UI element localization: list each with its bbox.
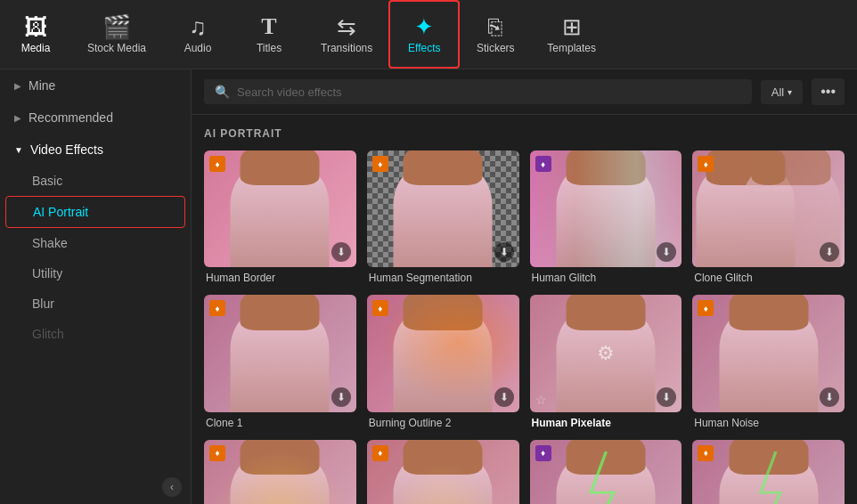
effect-card-human-noise[interactable]: ♦ ⬇ Human Noise [692,295,845,428]
person-hair-noise [729,295,808,329]
effect-card-human-glitch[interactable]: ♦ ⬇ Human Glitch [530,150,682,284]
star-fav-icon[interactable]: ☆ [535,393,547,407]
search-bar: 🔍 All ▾ ••• [192,69,857,115]
effect-thumb-burning-outline: ♦ ⬇ [367,295,519,411]
nav-stock-media[interactable]: 🎬 Stock Media [71,0,162,69]
download-icon-noise[interactable]: ⬇ [820,387,839,407]
lightning-overlay-lf2 [692,440,845,504]
utility-label: Utility [32,266,62,280]
sidebar-sub-ai-portrait[interactable]: AI Portrait [5,196,185,228]
sidebar-collapse-button[interactable]: ‹ [0,470,191,504]
templates-icon: ⊞ [562,15,582,38]
sidebar-video-effects-label: Video Effects [30,142,103,157]
badge-orange-human-border: ♦ [209,156,225,172]
effect-card-clone-glitch[interactable]: ♦ ⬇ Clone Glitch [692,150,845,284]
sidebar: ▶ Mine ▶ Recommended ▼ Video Effects Bas… [0,69,192,504]
effect-thumb-clone-1: ♦ ⬇ [204,295,356,411]
effect-name-burning-outline: Burning Outline 2 [367,417,519,429]
stock-media-icon: 🎬 [102,15,131,38]
effect-name-clone-glitch: Clone Glitch [692,272,845,284]
nav-effects[interactable]: ✦ Effects [388,0,460,69]
settings-icon: ⚙ [597,342,615,365]
sidebar-mine-label: Mine [29,78,55,93]
effect-thumb-human-segmentation: ♦ ⬇ [367,150,519,267]
person-silhouette [231,162,330,267]
sidebar-sub-glitch: Glitch [0,319,191,349]
effect-name-human-border: Human Border [204,272,356,284]
effect-card-burning-outline[interactable]: ♦ ⬇ Burning Outline 2 [367,295,519,428]
sidebar-sub-utility[interactable]: Utility [0,258,191,289]
more-icon: ••• [820,84,836,99]
effect-thumb-human-border: ♦ ⬇ [204,150,356,267]
mine-arrow-icon: ▶ [14,81,21,91]
person-silhouette-c1 [231,306,330,411]
download-icon-burn[interactable]: ⬇ [494,387,514,407]
effect-thumb-neon-flow-4: ♦ ⬇ [204,440,356,504]
sidebar-item-mine[interactable]: ▶ Mine [0,69,191,102]
person-hair-c1 [241,295,320,329]
ai-portrait-label: AI Portrait [33,205,88,219]
glitch-label: Glitch [32,327,64,341]
badge-purple-lf1: ♦ [535,445,551,461]
effect-thumb-lightning-flash-2: ♦ ⬇ [692,440,845,504]
sidebar-sub-blur[interactable]: Blur [0,289,191,319]
nav-stickers[interactable]: ⎘ Stickers [460,0,531,69]
nav-audio[interactable]: ♫ Audio [162,0,233,69]
basic-label: Basic [32,174,62,188]
stickers-icon: ⎘ [488,15,502,38]
person-hair [241,150,320,185]
more-options-button[interactable]: ••• [812,78,845,105]
transitions-icon: ⇆ [337,15,356,38]
effect-name-clone-1: Clone 1 [204,417,356,429]
effect-card-neon-flow-4[interactable]: ♦ ⬇ Neon Flow 4 [204,440,356,504]
download-icon-pixel[interactable]: ⬇ [657,387,676,407]
download-icon-clone-1[interactable]: ⬇ [331,387,351,407]
nav-transitions[interactable]: ⇆ Transitions [305,0,388,69]
badge-orange-clone-1: ♦ [209,300,225,316]
effect-thumb-human-glitch: ♦ ⬇ [530,150,682,267]
effects-icon: ✦ [414,15,434,38]
badge-orange-nf4: ♦ [209,445,225,461]
badge-orange-noise: ♦ [698,300,714,316]
nav-titles-label: Titles [257,42,282,54]
sidebar-sub-basic[interactable]: Basic [0,166,191,196]
recommended-arrow-icon: ▶ [14,113,21,123]
sidebar-item-video-effects[interactable]: ▼ Video Effects [0,134,191,166]
sidebar-recommended-label: Recommended [29,110,113,125]
badge-purple-human-glitch: ♦ [535,156,551,172]
top-nav: 🖼 Media 🎬 Stock Media ♫ Audio T Titles ⇆… [0,0,857,69]
effect-card-lightning-flash-1[interactable]: ♦ ⬇ Lightning Flash 1 [530,440,682,504]
nav-stock-media-label: Stock Media [87,42,146,54]
download-icon-human-border[interactable]: ⬇ [331,242,351,262]
effect-name-human-noise: Human Noise [692,417,845,429]
person-hair-seg [404,150,483,185]
download-icon-human-seg[interactable]: ⬇ [494,242,514,262]
effect-card-human-border[interactable]: ♦ ⬇ Human Border [204,150,356,284]
effect-thumb-neon-ring-2: ♦ ⬇ [367,440,519,504]
badge-orange-lf2: ♦ [698,445,714,461]
nav-templates[interactable]: ⊞ Templates [531,0,612,69]
search-input[interactable] [237,85,741,99]
nav-titles[interactable]: T Titles [233,0,305,69]
shake-label: Shake [32,236,68,250]
effect-card-human-segmentation[interactable]: ♦ ⬇ Human Segmentation [367,150,519,284]
search-input-wrap[interactable]: 🔍 [204,79,752,104]
nav-stickers-label: Stickers [477,42,515,54]
badge-orange-clone-glitch: ♦ [698,156,714,172]
blur-label: Blur [32,297,54,311]
effect-thumb-lightning-flash-1: ♦ ⬇ [530,440,682,504]
effect-card-clone-1[interactable]: ♦ ⬇ Clone 1 [204,295,356,428]
nav-media[interactable]: 🖼 Media [0,0,71,69]
content-area: 🔍 All ▾ ••• AI PORTRAIT [192,69,857,504]
effects-grid-area: AI PORTRAIT ♦ ⬇ Human Border [192,115,857,504]
effect-card-lightning-flash-2[interactable]: ♦ ⬇ Lightning Flash 2 [692,440,845,504]
sidebar-item-recommended[interactable]: ▶ Recommended [0,102,191,134]
effect-card-human-pixelate[interactable]: ⚙ ☆ ⬇ Human Pixelate [530,295,682,428]
lightning-overlay-lf1 [530,440,682,504]
effect-name-human-segmentation: Human Segmentation [367,272,519,284]
filter-dropdown[interactable]: All ▾ [761,80,803,104]
sidebar-sub-shake[interactable]: Shake [0,228,191,258]
effect-card-neon-ring-2[interactable]: ♦ ⬇ Neon Ring 2 [367,440,519,504]
media-icon: 🖼 [24,15,47,38]
main-area: ▶ Mine ▶ Recommended ▼ Video Effects Bas… [0,69,857,504]
